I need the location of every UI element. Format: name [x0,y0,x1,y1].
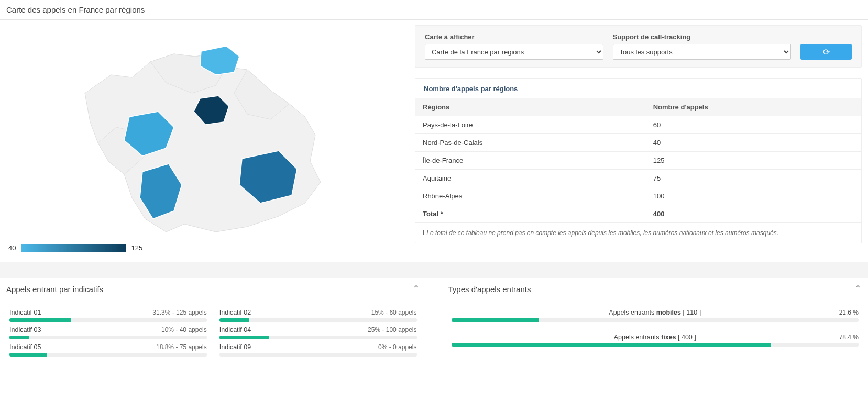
table-footnote: iLe total de ce tableau ne prend pas en … [415,223,861,243]
indicatif-bar [9,353,207,357]
page-title: Carte des appels en France par régions [6,5,145,14]
types-title: Types d'appels entrants [448,285,531,294]
map-select[interactable]: Carte de la France par régions [425,44,603,60]
support-select[interactable]: Tous les supports [613,44,792,60]
map-svg [6,25,404,240]
region-table: Régions Nombre d'appels Pays-de-la-Loire… [415,98,861,223]
indicatif-detail: 0% - 0 appels [378,343,416,351]
table-total-row: Total *400 [415,205,861,223]
region-calls-box: Nombre d'appels par régions Régions Nomb… [415,78,862,243]
table-row: Île-de-France125 [415,152,861,170]
refresh-button[interactable]: ⟳ [800,44,852,60]
legend-min: 40 [8,244,16,252]
type-mobiles-pct: 21.6 % [839,309,859,316]
tab-calls-by-region[interactable]: Nombre d'appels par régions [415,79,526,98]
indicatif-name: Indicatif 03 [9,326,41,333]
section-divider [0,262,868,278]
map-france[interactable] [6,25,404,240]
indicatif-bar [219,336,417,339]
collapse-icon[interactable]: ⌃ [854,283,862,295]
indicatif-bar [219,353,417,357]
indicatif-bar [219,318,417,322]
indicatifs-title: Appels entrant par indicatifs [6,285,103,294]
indicatif-item: Indicatif 0425% - 100 appels [219,326,417,339]
support-select-label: Support de call-tracking [613,33,792,41]
indicatif-name: Indicatif 05 [9,343,41,351]
indicatifs-panel: Appels entrant par indicatifs ⌃ Indicati… [0,278,426,366]
indicatif-item: Indicatif 090% - 0 appels [219,343,417,357]
info-icon: i [423,229,424,237]
indicatif-detail: 18.8% - 75 appels [156,343,207,351]
indicatif-name: Indicatif 01 [9,309,41,316]
indicatif-detail: 31.3% - 125 appels [152,309,206,316]
indicatif-item: Indicatif 0518.8% - 75 appels [9,343,207,357]
type-mobiles-bar [452,318,540,322]
legend-max: 125 [131,244,142,252]
indicatif-bar [9,336,207,339]
col-region: Régions [415,98,646,116]
indicatif-name: Indicatif 02 [219,309,251,316]
table-row: Aquitaine75 [415,170,861,187]
type-fixes-bar [452,343,771,347]
map-panel: 40 125 [6,20,404,262]
indicatif-detail: 10% - 40 appels [161,326,207,333]
indicatif-item: Indicatif 0131.3% - 125 appels [9,309,207,322]
map-select-label: Carte à afficher [425,33,603,41]
indicatif-detail: 25% - 100 appels [368,326,416,333]
refresh-icon: ⟳ [823,47,830,57]
table-row: Rhône-Alpes100 [415,187,861,205]
indicatif-name: Indicatif 04 [219,326,251,333]
map-legend: 40 125 [6,240,404,252]
indicatif-item: Indicatif 0215% - 60 appels [219,309,417,322]
type-mobiles-row: Appels entrants mobiles [ 110 ] 21.6 % [452,309,859,322]
col-calls: Nombre d'appels [646,98,861,116]
table-row: Nord-Pas-de-Calais40 [415,134,861,152]
type-fixes-row: Appels entrants fixes [ 400 ] 78.4 % [452,333,859,347]
indicatif-item: Indicatif 0310% - 40 appels [9,326,207,339]
page-title-bar: Carte des appels en France par régions [0,0,868,20]
indicatif-name: Indicatif 09 [219,343,251,351]
types-panel: Types d'appels entrants ⌃ Appels entrant… [442,278,869,366]
indicatif-detail: 15% - 60 appels [371,309,417,316]
type-fixes-pct: 78.4 % [839,333,859,341]
collapse-icon[interactable]: ⌃ [412,283,420,295]
controls-box: Carte à afficher Carte de la France par … [415,25,862,68]
indicatif-bar [9,318,207,322]
legend-gradient [21,244,126,252]
table-row: Pays-de-la-Loire60 [415,116,861,134]
